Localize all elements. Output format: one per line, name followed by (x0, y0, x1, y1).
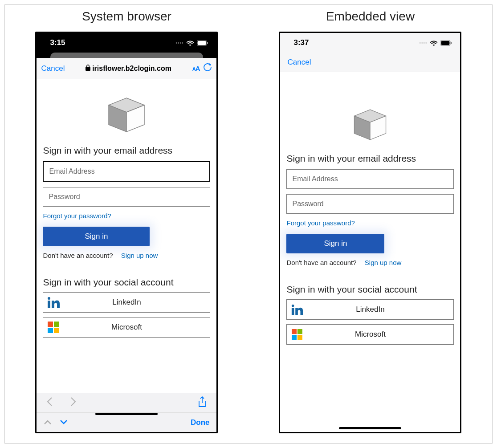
reload-button[interactable] (203, 63, 212, 74)
status-time: 3:37 (293, 38, 309, 47)
password-field[interactable]: Password (43, 187, 210, 207)
linkedin-label: LinkedIn (307, 305, 453, 314)
signin-button[interactable]: Sign in (286, 234, 384, 253)
social-headline: Sign in with your social account (286, 284, 454, 295)
status-right: •••• (419, 40, 452, 46)
background-tab-hint (37, 53, 216, 58)
embedded-view-column: Embedded view 3:37 •••• Cancel (253, 9, 487, 443)
svg-rect-8 (48, 322, 53, 327)
embedded-header: Cancel (280, 53, 460, 72)
microsoft-label: Microsoft (307, 330, 453, 339)
status-time: 3:15 (50, 38, 65, 47)
svg-rect-19 (292, 308, 294, 315)
svg-rect-9 (54, 322, 59, 327)
system-browser-phone: 3:15 •••• Cancel (35, 32, 218, 433)
logo-wrap (286, 109, 454, 141)
nav-arrows (46, 397, 77, 409)
status-right: •••• (175, 40, 208, 46)
battery-icon (197, 40, 208, 46)
microsoft-label: Microsoft (64, 323, 210, 332)
svg-rect-23 (297, 335, 302, 340)
embedded-view-title: Embedded view (326, 9, 415, 24)
svg-point-18 (292, 305, 294, 307)
microsoft-icon (43, 322, 64, 333)
cube-logo-icon (106, 97, 147, 133)
status-bar: 3:15 •••• (37, 33, 216, 53)
cancel-button[interactable]: Cancel (41, 64, 65, 73)
comparison-container: System browser 3:15 •••• Cancel (4, 4, 493, 444)
linkedin-button[interactable]: LinkedIn (43, 292, 210, 313)
signin-headline: Sign in with your email address (43, 145, 210, 156)
battery-icon (440, 40, 452, 46)
signup-row: Don't have an account? Sign up now (286, 259, 454, 266)
forgot-password-link[interactable]: Forgot your password? (43, 212, 210, 220)
safari-nav-row (37, 393, 216, 412)
svg-rect-11 (54, 328, 59, 333)
done-button[interactable]: Done (191, 418, 210, 427)
svg-rect-22 (292, 335, 297, 340)
url-domain: irisflower.b2clogin.com (92, 65, 171, 73)
lock-icon (86, 65, 90, 72)
svg-point-6 (48, 297, 50, 300)
microsoft-button[interactable]: Microsoft (43, 317, 210, 338)
text-size-button[interactable]: AA (192, 65, 200, 72)
safari-bottom-toolbar: Done (37, 393, 216, 432)
signin-page: Sign in with your email address Email Ad… (280, 72, 460, 345)
url-display[interactable]: irisflower.b2clogin.com (68, 65, 188, 73)
updown-controls (44, 418, 68, 427)
forgot-password-link[interactable]: Forgot your password? (286, 219, 454, 227)
system-browser-title: System browser (82, 9, 171, 24)
wifi-icon (186, 40, 194, 46)
email-field[interactable]: Email Address (286, 169, 454, 189)
signin-headline: Sign in with your email address (286, 153, 454, 164)
cancel-button[interactable]: Cancel (287, 58, 311, 67)
status-bar: 3:37 •••• (280, 33, 460, 53)
svg-rect-21 (297, 329, 302, 334)
svg-rect-2 (207, 42, 208, 44)
cellular-dots-icon: •••• (419, 41, 427, 45)
share-button[interactable] (198, 396, 207, 410)
back-button[interactable] (46, 397, 53, 409)
microsoft-button[interactable]: Microsoft (286, 324, 454, 345)
safari-done-row: Done (37, 412, 216, 432)
microsoft-icon (287, 329, 307, 340)
home-indicator[interactable] (339, 427, 401, 429)
logo-wrap (43, 97, 210, 133)
no-account-text: Don't have an account? (43, 252, 113, 259)
linkedin-button[interactable]: LinkedIn (286, 299, 454, 320)
safari-toolbar: Cancel irisflower.b2clogin.com AA (37, 58, 216, 79)
signup-link[interactable]: Sign up now (365, 259, 402, 266)
cellular-dots-icon: •••• (175, 41, 183, 45)
forward-button[interactable] (70, 397, 77, 409)
social-headline: Sign in with your social account (43, 277, 210, 288)
svg-rect-14 (451, 42, 452, 44)
svg-rect-7 (48, 301, 50, 308)
home-indicator[interactable] (95, 413, 158, 415)
email-field[interactable]: Email Address (43, 161, 210, 182)
linkedin-icon (287, 303, 307, 316)
signin-page: Sign in with your email address Email Ad… (37, 79, 216, 338)
embedded-view-phone: 3:37 •••• Cancel (279, 32, 461, 433)
no-account-text: Don't have an account? (286, 259, 356, 266)
down-button[interactable] (60, 418, 68, 427)
linkedin-icon (43, 296, 64, 309)
signup-link[interactable]: Sign up now (121, 252, 158, 259)
signin-button[interactable]: Sign in (43, 227, 150, 246)
svg-rect-20 (292, 329, 297, 334)
svg-rect-1 (198, 41, 206, 45)
svg-rect-13 (441, 41, 450, 45)
linkedin-label: LinkedIn (64, 298, 210, 307)
password-field[interactable]: Password (286, 194, 454, 214)
up-button[interactable] (44, 418, 52, 427)
cube-logo-icon (352, 109, 388, 141)
system-browser-column: System browser 3:15 •••• Cancel (10, 9, 244, 443)
wifi-icon (430, 40, 438, 46)
signup-row: Don't have an account? Sign up now (43, 252, 210, 259)
svg-rect-10 (48, 328, 53, 333)
